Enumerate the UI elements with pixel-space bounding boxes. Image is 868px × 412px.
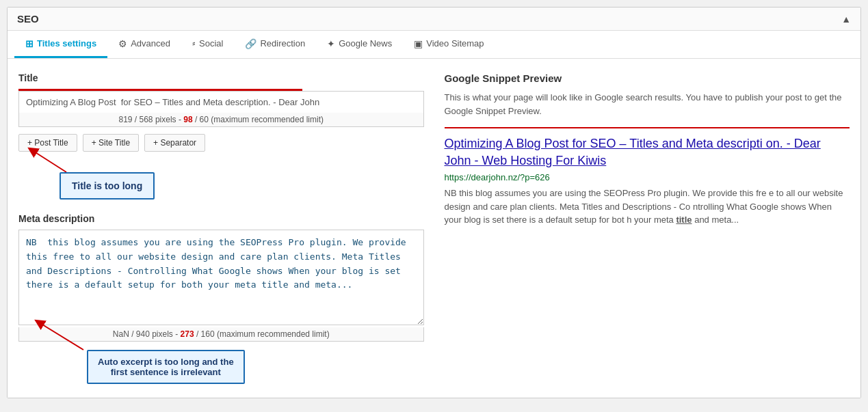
auto-excerpt-text-line1: Auto excerpt is too long and the — [98, 357, 234, 367]
snippet-highlight: title — [676, 215, 692, 225]
redirection-icon: 🔗 — [245, 38, 257, 49]
auto-excerpt-text-line2: first sentence is irrelevant — [98, 367, 234, 377]
title-input[interactable] — [18, 91, 424, 113]
seo-panel: SEO ▲ ⊞ Titles settings ⚙ Advanced ⸗ Soc… — [7, 7, 861, 398]
auto-excerpt-callout: Auto excerpt is too long and the first s… — [87, 350, 245, 384]
tab-redirection-label: Redirection — [260, 38, 305, 49]
social-icon: ⸗ — [192, 38, 196, 49]
seo-toggle-icon[interactable]: ▲ — [841, 14, 851, 25]
tab-video-sitemap[interactable]: ▣ Video Sitemap — [403, 31, 495, 58]
meta-pixel-prefix: NaN / 940 pixels - — [113, 329, 181, 339]
tab-video-sitemap-label: Video Sitemap — [426, 38, 484, 49]
title-pixel-prefix: 819 / 568 pixels - — [119, 115, 184, 124]
site-title-button[interactable]: + Site Title — [83, 134, 139, 152]
snippet-divider — [445, 127, 850, 128]
meta-pixel-count: 273 — [181, 329, 194, 339]
advanced-icon: ⚙ — [118, 38, 127, 49]
snippet-description: This is what your page will look like in… — [445, 91, 850, 118]
content-area: Title 819 / 568 pixels - 98 / 60 (maximu… — [8, 59, 860, 398]
tab-social-label: Social — [199, 38, 223, 49]
snippet-body-text: NB this blog assumes you are using the S… — [445, 188, 843, 225]
meta-textarea[interactable] — [18, 230, 424, 325]
title-too-long-tooltip-area: Title is too long — [60, 172, 424, 200]
auto-excerpt-tooltip-area: Auto excerpt is too long and the first s… — [87, 350, 424, 384]
snippet-body-text2: and meta... — [692, 215, 739, 225]
snippet-url: https://dearjohn.nz/?p=626 — [445, 172, 850, 182]
excerpt-arrow — [32, 317, 94, 351]
snippet-title-link[interactable]: Optimizing A Blog Post for SEO – Titles … — [445, 135, 850, 169]
separator-button[interactable]: + Separator — [144, 134, 205, 152]
meta-pixel-suffix: (maximum recommended limit) — [215, 329, 330, 339]
svg-line-1 — [39, 322, 83, 350]
video-sitemap-icon: ▣ — [414, 38, 423, 49]
tab-advanced[interactable]: ⚙ Advanced — [107, 31, 181, 58]
title-too-long-text: Title is too long — [72, 180, 142, 191]
title-pixel-info: 819 / 568 pixels - 98 / 60 (maximum reco… — [18, 113, 424, 127]
seo-header: SEO ▲ — [8, 8, 860, 31]
tabs-bar: ⊞ Titles settings ⚙ Advanced ⸗ Social 🔗 … — [8, 31, 860, 59]
snippet-heading: Google Snippet Preview — [445, 72, 850, 84]
title-input-wrap — [18, 89, 424, 113]
snippet-body: NB this blog assumes you are using the S… — [445, 187, 850, 227]
right-panel: Google Snippet Preview This is what your… — [445, 72, 850, 384]
seo-panel-title: SEO — [17, 13, 39, 25]
title-pixel-suffix: (maximum recommended limit) — [209, 115, 324, 124]
tab-titles-settings[interactable]: ⊞ Titles settings — [14, 31, 107, 58]
left-panel: Title 819 / 568 pixels - 98 / 60 (maximu… — [18, 72, 424, 384]
title-arrow — [25, 146, 80, 174]
tab-titles-settings-label: Titles settings — [37, 38, 96, 49]
title-pixel-count: 98 — [183, 115, 192, 124]
tab-advanced-label: Advanced — [131, 38, 170, 49]
titles-settings-icon: ⊞ — [25, 38, 34, 49]
title-section-label: Title — [18, 72, 424, 83]
svg-line-0 — [32, 150, 66, 172]
title-too-long-callout: Title is too long — [60, 172, 155, 200]
tab-redirection[interactable]: 🔗 Redirection — [234, 31, 316, 58]
title-pixel-separator: / — [193, 115, 200, 124]
google-news-icon: ✦ — [327, 38, 335, 49]
tab-google-news[interactable]: ✦ Google News — [316, 31, 403, 58]
tab-google-news-label: Google News — [339, 38, 392, 49]
meta-section-label: Meta description — [18, 213, 424, 224]
meta-pixel-max: 160 — [201, 329, 215, 339]
tab-social[interactable]: ⸗ Social — [181, 31, 234, 58]
meta-pixel-separator: / — [194, 329, 201, 339]
title-pixel-max: 60 — [200, 115, 209, 124]
